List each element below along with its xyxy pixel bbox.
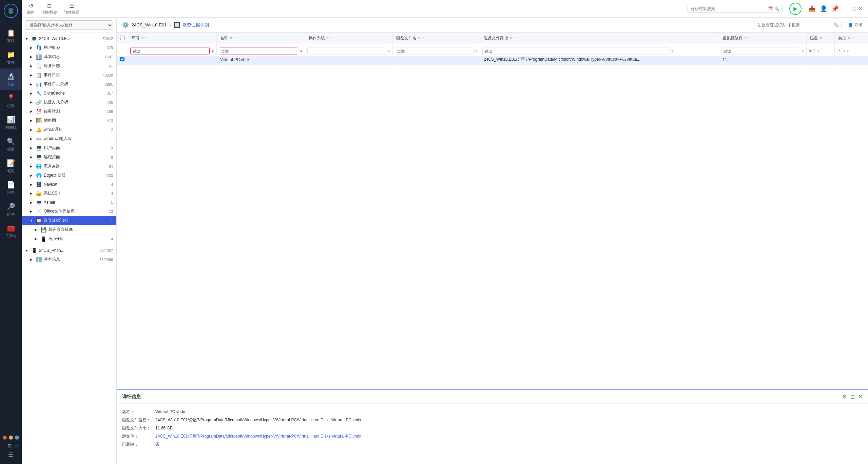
breadcrumb-separator: › [169, 22, 171, 28]
filter-disk-path-input[interactable] [482, 48, 670, 55]
up-arrow-icon[interactable]: ↑ [3, 443, 5, 448]
tree-item-shortcut[interactable]: ▶ 🔗 快捷方式分析 405 [22, 98, 116, 107]
sidebar-item-timeline[interactable]: 📊 时间线 [0, 112, 22, 134]
tree-item-service-log[interactable]: ▶ 🗒️ 服务日志 61 [22, 61, 116, 70]
breadcrumb-current-label[interactable]: 嵌套证据识别 [182, 22, 209, 28]
tree-item-app-analysis[interactable]: ▶ 📱 App分析 4 [22, 234, 116, 243]
detail-source-link[interactable]: 24CS_Win10.E01/分区7/ProgramData/Microsoft… [155, 432, 361, 440]
pin-icon[interactable]: 📌 [831, 5, 839, 13]
tree-item-task[interactable]: ▶ ⏰ 任务计划 166 [22, 107, 116, 116]
menu-icon[interactable]: ☰ [8, 451, 14, 459]
filter-type-settings[interactable]: ⚙ [847, 49, 850, 53]
chevron-right-icon: ▶ [30, 164, 35, 168]
tree-item-ssh[interactable]: ▶ 🔐 系统SSH 4 [22, 189, 116, 198]
filter-disk-file-input[interactable] [395, 48, 474, 55]
th-type-sort: ⇅ [848, 36, 850, 40]
tree-item-office[interactable]: ▶ 📄 Office文件元信息 13 [22, 207, 116, 216]
filter-type-icon[interactable]: ▼ [843, 49, 846, 53]
sidebar-item-notes[interactable]: 📝 笔记 [0, 155, 22, 177]
right-search-input[interactable] [757, 23, 834, 27]
sidebar-item-search[interactable]: 🔍 搜索 [0, 134, 22, 155]
calendar-icon[interactable]: 📅 [768, 6, 773, 11]
tree-item-win10notify[interactable]: ▶ 🔔 win10通知 2 [22, 125, 116, 134]
tree-item-thumbnail[interactable]: ▶ 🖼️ 缩略图 413 [22, 116, 116, 125]
filter-name-icon[interactable]: ▼ [300, 49, 303, 53]
main-area: ↺ 刷新 ⊟ 详情/预览 ☰ 预览位置 📅 🔍 ▶ 📤 👤 [22, 0, 868, 464]
grid-icon[interactable]: ⊞ [8, 443, 12, 448]
tree-item-edge[interactable]: ▶ 🌐 Edge浏览器 4203 [22, 171, 116, 180]
sidebar-item-files[interactable]: 📁 文件 [0, 47, 22, 68]
row-checkbox[interactable] [120, 57, 124, 61]
detail-panel-toggle-icon[interactable]: ⊡ [850, 394, 855, 400]
tree-item-event-analysis[interactable]: ▶ 📊 事件日志分析 2691 [22, 80, 116, 89]
detail-settings-icon[interactable]: ⚙ [842, 394, 847, 400]
sidebar-item-report[interactable]: 📄 报告 [0, 177, 22, 199]
filter-seq-icon[interactable]: ▼ [211, 49, 214, 53]
maximize-button[interactable]: □ [852, 6, 855, 12]
filter-os-input[interactable] [307, 48, 386, 55]
right-search-icon[interactable]: 🔍 [834, 23, 839, 27]
filter-select[interactable]: 请选择/输入持有人/检材 [25, 20, 113, 30]
tree-item-other-nested[interactable]: ▶ 💾 其它嵌套镜像 1 [22, 225, 116, 234]
detail-button[interactable]: ⊟ 详情/预览 [41, 3, 57, 15]
close-button[interactable]: ✕ [858, 5, 863, 12]
sidebar-item-research[interactable]: 🔎 研判 [0, 199, 22, 220]
tree-item-user-trace[interactable]: ▶ 👣 用户痕迹 379 [22, 43, 116, 52]
navicat-count: 4 [111, 182, 113, 186]
task-label: 任务计划 [44, 108, 105, 114]
th-os-filter-icon[interactable]: ≡ [330, 36, 332, 40]
detail-deleted-value: 否 [155, 440, 159, 448]
detail-close-icon[interactable]: ✕ [858, 394, 863, 400]
chevron-right-icon: ▶ [30, 109, 35, 113]
chevron-down-icon: ▼ [25, 37, 30, 41]
chevron-right-icon: ▶ [30, 146, 35, 150]
tree-item-win-input[interactable]: ▶ ⌨️ windows输入法 1 [22, 134, 116, 143]
select-all-checkbox[interactable] [120, 36, 124, 40]
sidebar-item-location[interactable]: 📍 位置 [0, 90, 22, 112]
sidebar-item-cases[interactable]: 📋 案件 [0, 25, 22, 47]
export-icon[interactable]: 📤 [808, 5, 816, 13]
tree-item-event-log[interactable]: ▶ 📋 事件日志 40209 [22, 70, 116, 80]
tree-item-ie[interactable]: ▶ 🌐 IE浏览器 64 [22, 162, 116, 171]
tree-item-basic-info[interactable]: ▶ ℹ️ 基本信息 1687 [22, 52, 116, 61]
detail-name-label: 名称： [122, 408, 153, 416]
filter-vm-icon[interactable]: ▼ [801, 49, 804, 53]
filter-disk-path-icon[interactable]: ▼ [671, 49, 674, 53]
right-panel: ⚙️ 24CS_Win10.E01 › 🔲 嵌套证据识别 🔍 [117, 18, 868, 464]
filter-os-icon[interactable]: ▼ [387, 49, 390, 53]
th-seq-filter-icon: ≡ [145, 36, 147, 40]
filter-name-input[interactable] [219, 48, 298, 55]
top-search-icon[interactable]: 🔍 [774, 6, 779, 11]
user-icon[interactable]: 👤 [820, 5, 827, 13]
minimize-button[interactable]: ─ [846, 6, 849, 12]
source-icon: ⚙️ [122, 22, 129, 28]
service-log-count: 61 [109, 64, 113, 68]
top-search-input[interactable] [691, 6, 768, 11]
tree-item-navicat[interactable]: ▶ 🗄️ Navicat 4 [22, 180, 116, 189]
filter-disk-file-icon[interactable]: ▼ [475, 49, 478, 53]
xshell-label: Xshell [44, 200, 110, 205]
list-icon[interactable]: ☰ [15, 443, 19, 448]
tree-item-xshell[interactable]: ▶ 💻 Xshell 1 [22, 198, 116, 207]
green-status-button[interactable]: ▶ [789, 3, 802, 15]
preview-pos-button[interactable]: ☰ 预览位置 [64, 3, 79, 15]
sidebar-item-analyze[interactable]: 🔬 分析 [0, 68, 22, 90]
filter-vm-input[interactable] [721, 48, 800, 55]
filter-disk-col: 等于 ▼ [807, 46, 835, 56]
tree-item-desktop[interactable]: ▶ 🖥️ 用户桌面 9 [22, 143, 116, 153]
tree-item-phone-basic[interactable]: ▶ ℹ️ 基本信息 83/2996 [22, 255, 116, 264]
tree-item-shimcache[interactable]: ▶ 🔧 ShimCache 317 [22, 89, 116, 98]
filter-seq-input[interactable] [130, 48, 210, 55]
tree-item-nested[interactable]: ▼ 🔲 嵌套证据识别 1 [22, 216, 116, 225]
sidebar-item-tools[interactable]: 🧰 工具箱 [0, 220, 22, 242]
chevron-right-icon: ▶ [30, 128, 35, 132]
refresh-button[interactable]: ↺ 刷新 [27, 3, 35, 15]
phone-basic-count: 83/2996 [99, 258, 113, 262]
advanced-button[interactable]: 👤 高级 [848, 22, 863, 28]
tree-item-win10[interactable]: ▼ 💻 24CS_Win10.E... 50642 [22, 34, 116, 43]
filter-disk-col-icon[interactable]: ▼ [817, 49, 820, 53]
detail-title: 详细信息 [122, 394, 842, 400]
tree-item-phone[interactable]: ▼ 📱 24CS_Phon... 83/4337 [22, 246, 116, 255]
remote-desktop-label: 远程桌面 [44, 154, 110, 160]
tree-item-remote-desktop[interactable]: ▶ 🖥️ 远程桌面 8 [22, 153, 116, 162]
